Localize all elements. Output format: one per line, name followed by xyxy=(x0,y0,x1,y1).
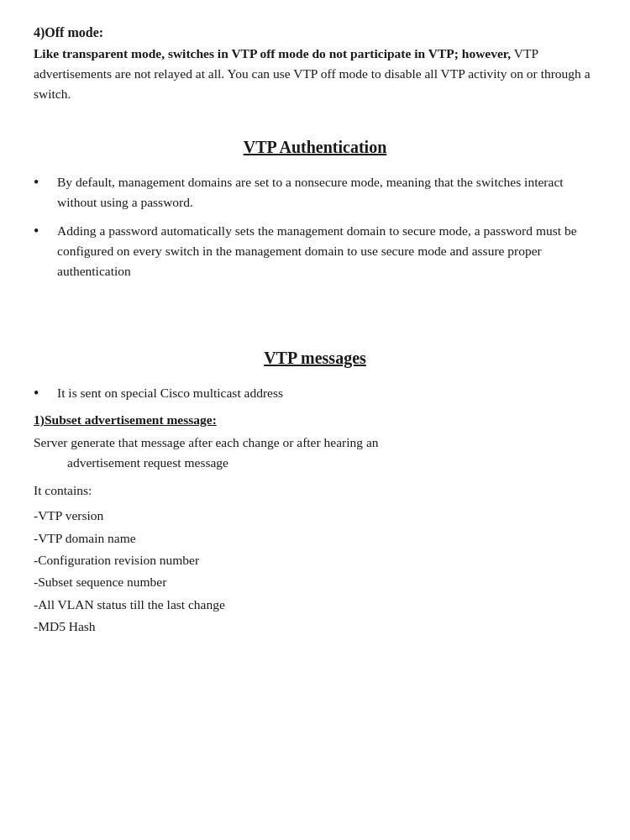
server-generate-text: Server generate that message after each … xyxy=(34,433,596,473)
vtp-auth-section: VTP Authentication • By default, managem… xyxy=(34,138,596,281)
list-item: -VTP domain name xyxy=(34,528,596,549)
list-item: -MD5 Hash xyxy=(34,616,596,638)
list-item: • Adding a password automatically sets t… xyxy=(34,221,596,281)
bullet-text-1: By default, management domains are set t… xyxy=(57,172,596,213)
bullet-text-2: Adding a password automatically sets the… xyxy=(57,221,596,281)
bullet-icon: • xyxy=(34,221,52,242)
intro-bullet-text: It is sent on special Cisco multicast ad… xyxy=(57,383,596,403)
list-item: -VTP version xyxy=(34,505,596,527)
server-line2: advertisement request message xyxy=(34,453,596,473)
off-mode-section: 4)Off mode: Like transparent mode, switc… xyxy=(34,25,596,104)
bullet-icon: • xyxy=(34,383,52,404)
it-contains-label: It contains: xyxy=(34,483,596,498)
vtp-messages-heading: VTP messages xyxy=(34,349,596,368)
vtp-messages-intro-list: • It is sent on special Cisco multicast … xyxy=(34,383,596,404)
vtp-messages-section: VTP messages • It is sent on special Cis… xyxy=(34,349,596,638)
detail-list: -VTP version-VTP domain name-Configurati… xyxy=(34,505,596,638)
off-mode-bold: Like transparent mode, switches in VTP o… xyxy=(34,46,511,60)
bullet-icon: • xyxy=(34,172,52,193)
list-item: • It is sent on special Cisco multicast … xyxy=(34,383,596,404)
off-mode-title: 4)Off mode: xyxy=(34,25,596,40)
list-item: -Subset sequence number xyxy=(34,571,596,593)
list-item: -All VLAN status till the last change xyxy=(34,594,596,616)
off-mode-body: Like transparent mode, switches in VTP o… xyxy=(34,44,596,104)
list-item: -Configuration revision number xyxy=(34,549,596,571)
vtp-auth-bullet-list: • By default, management domains are set… xyxy=(34,172,596,281)
server-line1: Server generate that message after each … xyxy=(34,435,379,449)
subset-advertisement-title: 1)Subset advertisement message: xyxy=(34,412,596,428)
list-item: • By default, management domains are set… xyxy=(34,172,596,213)
vtp-auth-heading: VTP Authentication xyxy=(34,138,596,157)
